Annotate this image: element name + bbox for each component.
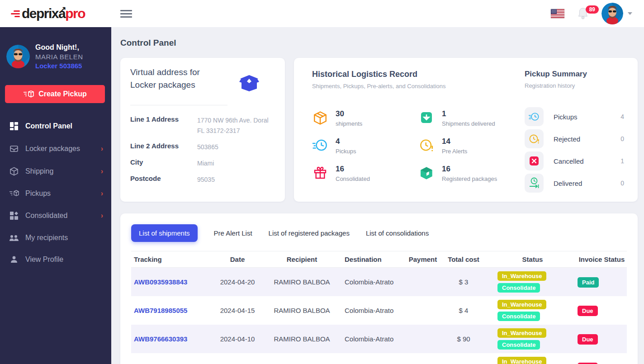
total-cost-cell: $ 3 (439, 278, 488, 286)
invoice-status-badge: Due (578, 306, 598, 316)
destination-cell: Colombia-Atrato (339, 335, 407, 343)
shipments-table-card: List of shipments Pre Alert List List of… (120, 213, 638, 364)
hamburger-menu-icon[interactable] (120, 8, 132, 19)
sidebar-item-view-profile[interactable]: View Profile (0, 249, 111, 270)
page-title: Control Panel (120, 38, 638, 48)
x-square-red-icon (525, 151, 544, 170)
invoice-status-cell: Paid (577, 278, 627, 286)
tracking-link[interactable]: AWB0935938843 (134, 278, 187, 286)
total-cost-cell: $ 90 (439, 335, 488, 343)
tab-list-of-registered-packages[interactable]: List of registered packages (269, 229, 350, 237)
tab-list-of-shipments[interactable]: List of shipments (131, 224, 198, 242)
sidebar-item-locker-packages[interactable]: Locker packages › (0, 137, 111, 160)
tracking-link[interactable]: AWB9766630393 (134, 335, 187, 343)
chevron-right-icon: › (101, 145, 103, 153)
summary-count: 0 (620, 180, 627, 187)
destination-cell: Colombia-Atrato (339, 307, 407, 314)
clock-arrow-green-icon (525, 174, 544, 193)
cube-icon (9, 167, 19, 176)
destination-cell: Colombia-Atrato (339, 278, 407, 286)
pickup-box-icon (9, 189, 19, 198)
logo-speedlines-icon (11, 10, 20, 17)
topbar: deprixa ↗ pro (0, 0, 644, 27)
summary-row-cancelled: Cancelled 1 (525, 151, 627, 170)
pickup-summary-subtitle: Registration history (525, 82, 627, 89)
summary-count: 0 (620, 135, 627, 142)
summary-row-rejected: Rejected 0 (525, 129, 627, 148)
chevron-right-icon: › (101, 212, 103, 220)
grid-plus-icon (9, 211, 19, 220)
tracking-link[interactable]: AWB7918985055 (134, 307, 187, 314)
stat-shipments-delivered: 1 Shipments delivered (418, 109, 525, 127)
invoice-status-badge: Paid (578, 277, 599, 288)
recipient-cell: RAMIRO BALBOA (265, 278, 339, 286)
status-badge: In_Warehouse (497, 300, 546, 309)
divider (130, 105, 227, 105)
summary-count: 4 (620, 113, 627, 120)
notification-count-badge: 89 (586, 5, 599, 14)
package-icon (9, 144, 19, 153)
sidebar-item-shipping[interactable]: Shipping › (0, 160, 111, 183)
box-orange-icon (312, 109, 328, 126)
user-avatar[interactable] (601, 3, 623, 24)
profile-caret-icon[interactable] (628, 12, 632, 15)
summary-row-delivered: Delivered 0 (525, 174, 627, 193)
create-pickup-button[interactable]: Create Pickup (5, 85, 105, 103)
notifications-bell-icon[interactable]: 89 (577, 7, 589, 20)
recipient-cell: RAMIRO BALBOA (265, 307, 339, 314)
recipient-cell: RAMIRO BALBOA (265, 335, 339, 343)
chevron-right-icon: › (101, 189, 103, 198)
people-icon (9, 234, 19, 242)
date-cell: 2024-04-15 (210, 307, 265, 314)
invoice-status-cell: Due (577, 307, 627, 314)
sidebar-item-pickups[interactable]: Pickups › (0, 183, 111, 204)
address-field-postcode: Postcode 95035 (130, 175, 283, 185)
invoice-status-cell: Due (577, 335, 627, 343)
logo[interactable]: deprixa ↗ pro (0, 0, 111, 27)
status-badge: In_Warehouse (497, 357, 546, 364)
logo-text-dark: deprixa (22, 6, 65, 21)
open-box-icon (238, 66, 279, 91)
address-field-line2: Line 2 Address 503865 (130, 142, 283, 152)
cube-teal-icon (418, 165, 435, 181)
status-badge: In_Warehouse (497, 328, 546, 338)
tabs: List of shipments Pre Alert List List of… (131, 224, 627, 242)
tab-list-of-consolidations[interactable]: List of consolidations (366, 229, 429, 237)
date-cell: 2024-04-10 (210, 335, 265, 343)
table-row: AWB0935938843 2024-04-20 RAMIRO BALBOA C… (131, 268, 627, 296)
logo-text-red: pro (65, 6, 85, 21)
address-field-city: City Miami (130, 158, 283, 169)
pickup-summary: Pickup Summary Registration history Pick… (525, 70, 630, 202)
stat-consolidated: 16 Consolidated (312, 165, 418, 182)
clock-blue-icon (525, 107, 544, 126)
language-flag-icon[interactable] (551, 9, 564, 18)
sidebar-item-control-panel[interactable]: Control Panel (0, 115, 111, 137)
shipments-table: Tracking Date Recipient Destination Paym… (131, 251, 627, 364)
status-cell: In_Warehouse Consolidate (488, 268, 577, 296)
pickup-box-icon (23, 90, 34, 98)
sidebar-item-consolidated[interactable]: Consolidated › (0, 204, 111, 227)
sidebar-avatar (6, 45, 30, 68)
gift-pink-icon (312, 165, 328, 180)
grid-icon (9, 122, 19, 131)
status-cell: In_Warehouse Consolidate (488, 353, 577, 364)
sidebar-item-my-recipients[interactable]: My recipients (0, 227, 111, 249)
status-badge: Consolidate (497, 340, 540, 350)
main-content: Control Panel Virtual address for Locker… (111, 27, 644, 364)
status-badge: Consolidate (497, 312, 540, 321)
sidebar: Good Night!, MARIA BELEN Locker 503865 C… (0, 27, 111, 364)
total-cost-cell: $ 4 (439, 307, 488, 314)
status-badge: In_Warehouse (497, 271, 546, 281)
table-row: AWB9766630393 2024-04-10 RAMIRO BALBOA C… (131, 325, 627, 353)
tab-pre-alert-list[interactable]: Pre Alert List (214, 229, 252, 237)
user-name: MARIA BELEN (35, 53, 83, 61)
stat-pickups: 4 Pickups (312, 137, 418, 155)
table-header: Tracking Date Recipient Destination Paym… (131, 251, 627, 268)
pickup-summary-title: Pickup Summary (525, 70, 627, 79)
clock-yellow-icon (525, 129, 544, 148)
status-cell: In_Warehouse Consolidate (488, 325, 577, 353)
history-subtitle: Shipments, Pickups, Pre-alerts, and Cons… (312, 83, 525, 90)
history-title: Historical Logistics Record (312, 70, 525, 79)
inbox-teal-icon (418, 109, 435, 125)
summary-count: 1 (620, 157, 627, 165)
